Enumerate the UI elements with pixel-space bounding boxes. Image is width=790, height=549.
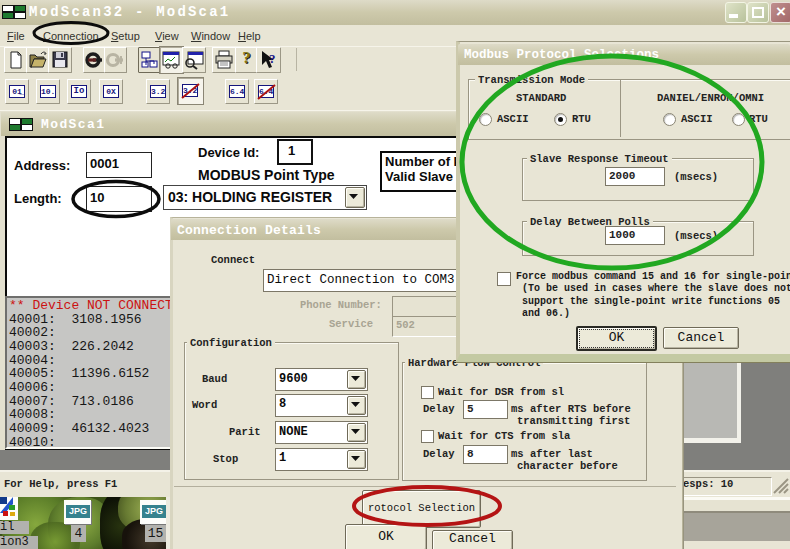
svg-text:?: ? <box>269 51 276 66</box>
